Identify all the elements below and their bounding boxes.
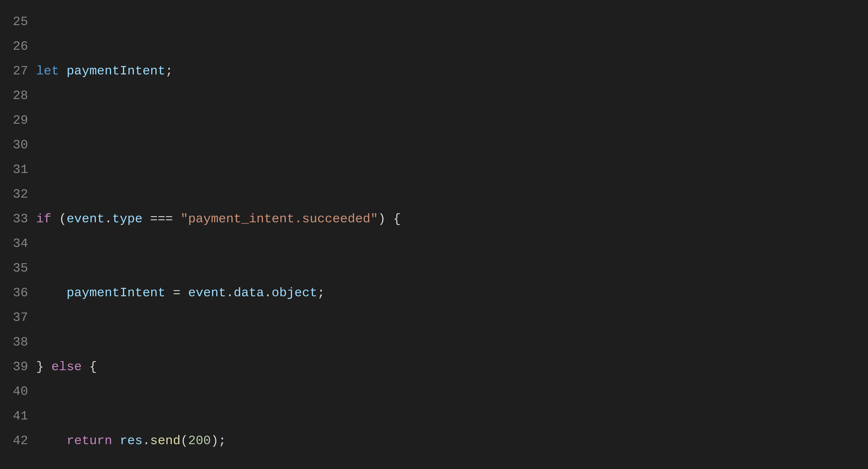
- space: [112, 434, 120, 448]
- code-editor[interactable]: 25 26 27 28 29 30 31 32 33 34 35 36 37 3…: [0, 0, 868, 469]
- line-number: 37: [0, 305, 28, 330]
- space: [44, 359, 52, 374]
- code-line[interactable]: [36, 133, 868, 157]
- line-number: 40: [0, 379, 28, 404]
- space: [143, 212, 150, 226]
- string: "payment_intent.succeeded": [181, 212, 378, 226]
- brace-close: }: [36, 359, 44, 374]
- line-number: 38: [0, 330, 28, 355]
- line-number: 35: [0, 256, 28, 281]
- line-number: 31: [0, 157, 28, 182]
- paren-open: (: [181, 434, 188, 448]
- line-number-gutter: 25 26 27 28 29 30 31 32 33 34 35 36 37 3…: [0, 9, 36, 460]
- line-number: 32: [0, 182, 28, 207]
- line-number: 34: [0, 231, 28, 256]
- paren-close: ): [378, 212, 385, 226]
- code-line[interactable]: return res.send(200);: [36, 429, 868, 453]
- code-line[interactable]: if (event.type === "payment_intent.succe…: [36, 207, 868, 231]
- code-line[interactable]: } else {: [36, 355, 868, 379]
- code-line[interactable]: paymentIntent = event.data.object;: [36, 281, 868, 305]
- keyword-if: if: [36, 212, 51, 226]
- dot: .: [264, 286, 272, 300]
- space: [181, 286, 188, 300]
- brace-open: {: [89, 359, 97, 374]
- dot: .: [226, 286, 234, 300]
- line-number: 27: [0, 59, 28, 83]
- property: type: [112, 212, 143, 226]
- line-number: 41: [0, 404, 28, 429]
- keyword-return: return: [66, 434, 112, 448]
- line-number: 36: [0, 281, 28, 305]
- dot: .: [143, 434, 150, 448]
- space: [51, 212, 59, 226]
- space: [385, 212, 393, 226]
- line-number: 39: [0, 355, 28, 379]
- line-number: 42: [0, 429, 28, 453]
- semicolon: ;: [165, 64, 173, 78]
- semicolon: ;: [317, 286, 325, 300]
- line-number: 28: [0, 83, 28, 108]
- identifier: paymentIntent: [66, 286, 165, 300]
- line-number: 33: [0, 207, 28, 231]
- function-call: send: [150, 434, 180, 448]
- line-number: 26: [0, 34, 28, 59]
- semicolon: ;: [219, 434, 226, 448]
- indent: [36, 434, 66, 448]
- keyword-let: let: [36, 64, 59, 78]
- identifier: event: [66, 212, 104, 226]
- space: [59, 64, 67, 78]
- paren-open: (: [59, 212, 67, 226]
- space: [173, 212, 181, 226]
- identifier: res: [120, 434, 143, 448]
- identifier: event: [188, 286, 226, 300]
- line-number: 30: [0, 133, 28, 157]
- line-number: 25: [0, 9, 28, 34]
- operator: =: [173, 286, 181, 300]
- property: object: [272, 286, 317, 300]
- code-line[interactable]: let paymentIntent;: [36, 59, 868, 83]
- identifier: paymentIntent: [66, 64, 165, 78]
- space: [82, 359, 90, 374]
- indent: [36, 286, 66, 300]
- code-content[interactable]: let paymentIntent; if (event.type === "p…: [36, 9, 868, 460]
- property: data: [234, 286, 264, 300]
- dot: .: [104, 212, 112, 226]
- keyword-else: else: [51, 359, 82, 374]
- paren-close: ): [211, 434, 219, 448]
- line-number: 29: [0, 108, 28, 133]
- space: [165, 286, 173, 300]
- operator: ===: [150, 212, 173, 226]
- number: 200: [188, 434, 211, 448]
- brace-open: {: [393, 212, 401, 226]
